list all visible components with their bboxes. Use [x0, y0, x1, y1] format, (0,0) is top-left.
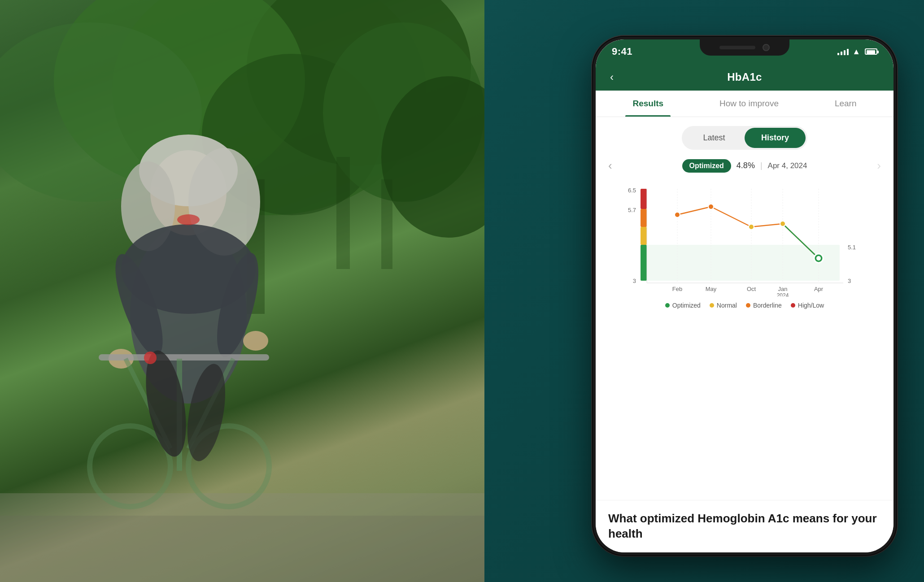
- legend-highlow: High/Low: [791, 302, 824, 309]
- legend-borderline: Borderline: [746, 302, 782, 309]
- svg-point-51: [708, 204, 714, 209]
- hba1c-chart: 6.5 5.7 3 5.1 3: [608, 180, 881, 296]
- bottom-title: What optimized Hemoglobin A1c means for …: [608, 511, 881, 542]
- svg-text:Feb: Feb: [672, 286, 682, 292]
- signal-icon: [837, 48, 849, 55]
- svg-text:Oct: Oct: [747, 286, 756, 292]
- result-date: Apr 4, 2024: [768, 161, 807, 170]
- legend-borderline-dot: [746, 303, 750, 308]
- svg-rect-35: [641, 245, 647, 281]
- svg-text:Apr: Apr: [814, 286, 824, 292]
- phone-shell: 9:41 ▲: [592, 36, 897, 556]
- svg-text:Jan: Jan: [778, 286, 788, 292]
- result-divider: |: [760, 161, 763, 170]
- svg-rect-9: [381, 179, 392, 269]
- view-toggle: Latest History: [682, 126, 807, 150]
- svg-text:6.5: 6.5: [628, 187, 636, 194]
- svg-rect-33: [641, 209, 647, 227]
- bottom-section: What optimized Hemoglobin A1c means for …: [596, 500, 893, 552]
- status-time: 9:41: [612, 46, 632, 57]
- legend-optimized-dot: [665, 303, 670, 308]
- svg-rect-8: [336, 157, 350, 269]
- tab-results[interactable]: Results: [625, 91, 671, 117]
- next-result-button[interactable]: ›: [877, 159, 881, 173]
- legend-normal-dot: [710, 303, 714, 308]
- back-button[interactable]: ‹: [610, 71, 614, 83]
- svg-point-53: [780, 221, 785, 226]
- nav-header: ‹ HbA1c: [596, 64, 893, 91]
- result-value: 4.8%: [737, 161, 755, 170]
- status-badge: Optimized: [682, 159, 731, 173]
- svg-text:2024: 2024: [777, 292, 789, 296]
- prev-result-button[interactable]: ‹: [608, 159, 612, 173]
- svg-text:5.1: 5.1: [848, 244, 856, 251]
- result-navigation: ‹ Optimized 4.8% | Apr 4, 2024 ›: [608, 159, 881, 173]
- svg-rect-11: [0, 516, 484, 582]
- svg-rect-32: [641, 189, 647, 209]
- svg-point-55: [816, 256, 821, 261]
- background-photo: [0, 0, 484, 582]
- phone-screen: 9:41 ▲: [596, 39, 893, 552]
- svg-text:3: 3: [633, 278, 636, 284]
- chart-container: 6.5 5.7 3 5.1 3: [608, 180, 881, 296]
- legend-highlow-dot: [791, 303, 795, 308]
- svg-point-52: [749, 224, 754, 230]
- legend-normal: Normal: [710, 302, 737, 309]
- svg-point-50: [675, 212, 680, 217]
- page-title: HbA1c: [727, 71, 762, 83]
- chart-legend: Optimized Normal Borderline: [608, 302, 881, 309]
- svg-point-30: [177, 214, 200, 225]
- tab-how-to-improve[interactable]: How to improve: [712, 91, 786, 117]
- wifi-icon: ▲: [852, 47, 860, 56]
- latest-button[interactable]: Latest: [684, 128, 745, 148]
- tab-learn[interactable]: Learn: [828, 91, 864, 117]
- scrollable-content: Latest History ‹ Optimized 4.8% | Apr 4,…: [596, 117, 893, 552]
- battery-icon: [865, 48, 877, 55]
- svg-text:5.7: 5.7: [628, 207, 636, 213]
- svg-point-31: [144, 352, 157, 364]
- phone-camera: [763, 44, 770, 51]
- svg-text:3: 3: [848, 278, 851, 284]
- history-button[interactable]: History: [745, 128, 806, 148]
- phone-device: 9:41 ▲: [592, 36, 897, 556]
- phone-notch: [700, 39, 789, 56]
- svg-text:May: May: [706, 286, 717, 292]
- svg-point-21: [243, 331, 268, 351]
- tabs-container: Results How to improve Learn: [596, 91, 893, 117]
- phone-speaker: [719, 46, 755, 49]
- content-area: Latest History ‹ Optimized 4.8% | Apr 4,…: [596, 117, 893, 500]
- legend-optimized: Optimized: [665, 302, 701, 309]
- background-trees: [0, 0, 484, 582]
- result-info: Optimized 4.8% | Apr 4, 2024: [682, 159, 807, 173]
- svg-rect-34: [641, 227, 647, 245]
- status-icons: ▲: [837, 47, 877, 56]
- phone-screen-area: 9:41 ▲: [596, 39, 893, 552]
